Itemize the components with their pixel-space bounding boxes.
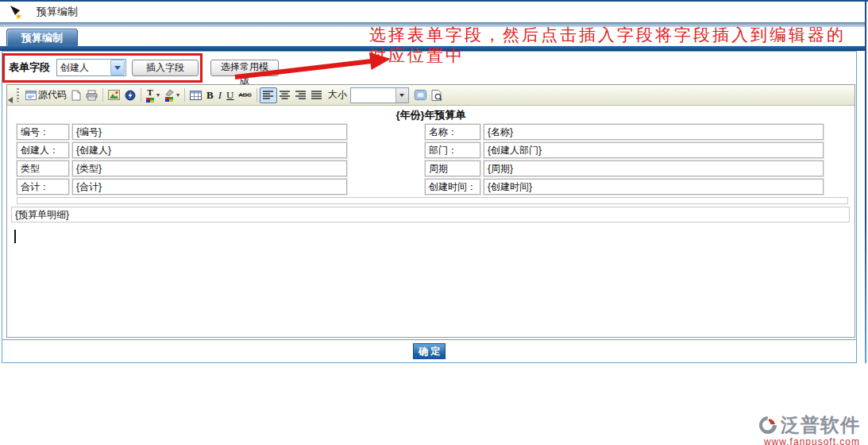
insert-image-button[interactable] bbox=[106, 87, 122, 104]
maximize-button[interactable] bbox=[412, 87, 429, 104]
underline-button[interactable]: U bbox=[224, 87, 236, 104]
table-row: 合计： {合计} 创建时间： {创建时间} bbox=[17, 179, 848, 195]
confirm-button[interactable]: 确 定 bbox=[413, 343, 446, 359]
toolbar-separator bbox=[257, 88, 257, 102]
align-right-icon bbox=[295, 91, 307, 99]
chevron-down-icon[interactable] bbox=[110, 60, 125, 75]
table-row: 类型 {类型} 周期 {周期} bbox=[17, 161, 848, 176]
chevron-down-icon: ▾ bbox=[156, 91, 160, 99]
page-header: ★ 预算编制 bbox=[0, 2, 858, 22]
toolbar-grip-icon bbox=[17, 88, 19, 102]
tab-strip: 预算编制 bbox=[0, 27, 865, 46]
field-label: 部门： bbox=[425, 142, 480, 158]
insert-field-button[interactable]: 插入字段 bbox=[132, 60, 199, 76]
field-label: 周期 bbox=[425, 161, 480, 176]
image-icon bbox=[108, 90, 120, 100]
toolbar-collapse-icon[interactable] bbox=[8, 97, 13, 103]
footer-bar: 确 定 bbox=[2, 339, 856, 362]
font-size-label: 大小 bbox=[328, 88, 347, 102]
tab-budget-editing[interactable]: 预算编制 bbox=[6, 29, 78, 47]
pen-wand-icon: ★ bbox=[8, 4, 24, 20]
editor-canvas[interactable]: {年份}年预算单 编号： {编号} 名称： {名称} 创建人： {创建人} 部门… bbox=[7, 106, 854, 337]
print-button[interactable] bbox=[83, 87, 100, 104]
table-row: 编号： {编号} 名称： {名称} bbox=[17, 124, 848, 140]
field-value[interactable]: {名称} bbox=[484, 124, 824, 140]
field-label: 类型 bbox=[17, 161, 69, 176]
font-size-value bbox=[351, 88, 395, 103]
chevron-down-icon: ▾ bbox=[176, 91, 179, 99]
text-color-icon: T bbox=[146, 88, 154, 103]
insert-table-button[interactable] bbox=[187, 87, 204, 104]
field-value[interactable]: {合计} bbox=[72, 179, 347, 195]
choose-template-button[interactable]: 选择常用模版 bbox=[210, 60, 279, 76]
toolbar-separator bbox=[184, 88, 185, 102]
new-page-icon bbox=[71, 90, 81, 101]
form-field-dropdown-value: 创建人 bbox=[57, 61, 110, 75]
align-center-button[interactable] bbox=[277, 88, 293, 103]
maximize-icon bbox=[415, 90, 426, 100]
table-icon bbox=[190, 91, 202, 100]
editor-toolbar: 源代码 bbox=[7, 85, 854, 106]
align-justify-button[interactable] bbox=[309, 88, 325, 103]
field-label: 名称： bbox=[425, 124, 480, 140]
source-code-button[interactable]: 源代码 bbox=[23, 87, 69, 104]
fanpu-logo-icon bbox=[758, 415, 778, 435]
empty-table-row bbox=[17, 197, 848, 204]
source-code-icon bbox=[25, 91, 37, 100]
field-label: 创建人： bbox=[17, 142, 69, 158]
field-label: 合计： bbox=[17, 179, 69, 195]
new-page-button[interactable] bbox=[69, 87, 83, 104]
align-center-icon bbox=[280, 91, 291, 99]
background-color-icon bbox=[164, 89, 174, 102]
rich-text-editor: 源代码 bbox=[6, 84, 855, 338]
vendor-name: 泛普软件 bbox=[781, 416, 860, 435]
strikethrough-button[interactable]: ABC bbox=[236, 87, 253, 104]
preview-button[interactable] bbox=[429, 87, 445, 104]
chevron-down-icon[interactable] bbox=[395, 88, 408, 103]
align-right-button[interactable] bbox=[293, 88, 309, 103]
background-color-button[interactable]: ▾ bbox=[162, 87, 182, 104]
text-cursor bbox=[14, 230, 16, 243]
align-left-button[interactable] bbox=[260, 87, 277, 103]
source-code-label: 源代码 bbox=[38, 88, 67, 102]
form-field-label: 表单字段 bbox=[9, 60, 50, 75]
window-right-border bbox=[865, 0, 866, 363]
print-icon bbox=[86, 90, 98, 101]
document-title: {年份}年预算单 bbox=[7, 106, 854, 124]
field-value[interactable]: {类型} bbox=[72, 161, 347, 176]
field-value[interactable]: {创建人部门} bbox=[484, 142, 824, 158]
font-size-dropdown[interactable] bbox=[350, 87, 409, 103]
page-title: 预算编制 bbox=[37, 5, 78, 19]
insert-flash-button[interactable] bbox=[122, 87, 138, 104]
toolbar-separator bbox=[141, 88, 141, 102]
field-label: 创建时间： bbox=[425, 179, 480, 195]
flash-icon bbox=[125, 90, 136, 101]
field-value[interactable]: {创建人} bbox=[72, 142, 347, 158]
align-justify-icon bbox=[311, 91, 322, 99]
svg-text:★: ★ bbox=[15, 12, 22, 20]
main-panel: 表单字段 创建人 插入字段 选择常用模版 源代码 bbox=[2, 51, 857, 363]
bold-button[interactable]: B bbox=[204, 87, 216, 104]
toolbar-separator bbox=[102, 88, 103, 102]
field-label: 编号： bbox=[17, 124, 69, 140]
vendor-url[interactable]: www.fanpusoft.com bbox=[758, 436, 860, 445]
form-field-bar: 表单字段 创建人 插入字段 选择常用模版 bbox=[2, 52, 856, 83]
vendor-branding: 泛普软件 www.fanpusoft.com bbox=[758, 415, 860, 445]
field-value[interactable]: {创建时间} bbox=[484, 179, 824, 195]
align-left-icon bbox=[263, 91, 274, 99]
italic-button[interactable]: I bbox=[216, 87, 224, 104]
table-row: 创建人： {创建人} 部门： {创建人部门} bbox=[17, 142, 848, 158]
field-value[interactable]: {编号} bbox=[72, 124, 347, 140]
field-value[interactable]: {周期} bbox=[484, 161, 824, 176]
budget-detail-placeholder[interactable]: {预算单明细} bbox=[11, 207, 850, 222]
text-color-button[interactable]: T ▾ bbox=[144, 87, 162, 104]
form-field-dropdown[interactable]: 创建人 bbox=[56, 59, 126, 76]
preview-icon bbox=[431, 90, 442, 101]
